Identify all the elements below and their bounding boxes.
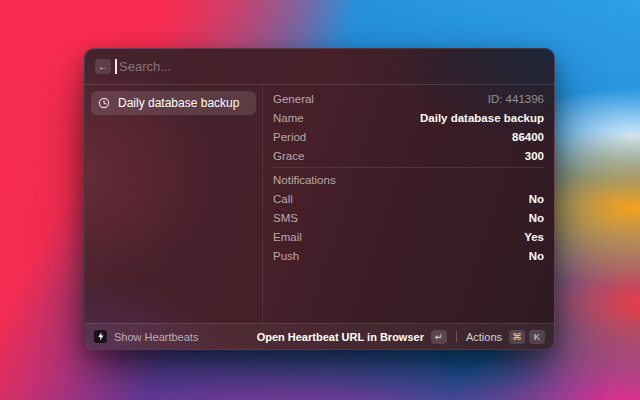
back-arrow-icon: ← <box>98 61 108 72</box>
detail-row-value: ID: 441396 <box>488 93 544 105</box>
detail-row-label: Grace <box>273 150 304 162</box>
detail-row-value: No <box>529 212 544 224</box>
command-key-icon: ⌘ <box>509 330 525 344</box>
detail-row-label: General <box>273 93 314 105</box>
search-bar: ← <box>85 49 554 84</box>
detail-section-header: Notifications <box>273 170 544 189</box>
k-key: K <box>529 330 545 344</box>
detail-row-label: SMS <box>273 212 298 224</box>
footer-divider <box>456 331 457 342</box>
section-divider <box>273 167 544 168</box>
content-area: Daily database backup General ID: 441396… <box>85 85 554 323</box>
detail-row: Grace 300 <box>273 146 544 165</box>
detail-row: Push No <box>273 246 544 265</box>
command-palette-window: ← Daily database backup General ID: 4413… <box>84 48 555 350</box>
detail-row-label: Name <box>273 112 304 124</box>
detail-row-value: No <box>529 250 544 262</box>
text-cursor <box>115 59 117 74</box>
action-bar: Show Heartbeats Open Heartbeat URL in Br… <box>85 323 554 349</box>
detail-section-header: General ID: 441396 <box>273 89 544 108</box>
detail-row: Period 86400 <box>273 127 544 146</box>
detail-panel: General ID: 441396 Name Daily database b… <box>263 85 554 323</box>
detail-row-label: Call <box>273 193 293 205</box>
actions-shortcut: ⌘ K <box>509 330 545 344</box>
command-name-label: Show Heartbeats <box>114 331 198 343</box>
detail-row-value: 86400 <box>512 131 544 143</box>
detail-row-label: Email <box>273 231 302 243</box>
detail-row-value: Daily database backup <box>420 112 544 124</box>
detail-row-value: Yes <box>524 231 544 243</box>
detail-row-value: 300 <box>525 150 544 162</box>
detail-row-value: No <box>529 193 544 205</box>
bolt-icon <box>97 332 105 341</box>
heartbeat-extension-icon <box>94 330 107 343</box>
detail-row: SMS No <box>273 208 544 227</box>
detail-row: Name Daily database backup <box>273 108 544 127</box>
detail-row-label: Notifications <box>273 174 336 186</box>
return-key-icon: ↵ <box>431 330 447 344</box>
search-input[interactable] <box>119 59 544 74</box>
list-item-daily-database-backup[interactable]: Daily database backup <box>91 91 256 115</box>
primary-action-button[interactable]: Open Heartbeat URL in Browser <box>257 331 424 343</box>
clock-icon <box>98 97 110 109</box>
detail-row: Email Yes <box>273 227 544 246</box>
detail-row-label: Push <box>273 250 299 262</box>
detail-row-label: Period <box>273 131 306 143</box>
list-item-label: Daily database backup <box>118 96 239 110</box>
back-button[interactable]: ← <box>95 59 111 74</box>
detail-row: Call No <box>273 189 544 208</box>
results-list: Daily database backup <box>85 85 262 323</box>
actions-menu-button[interactable]: Actions <box>466 331 502 343</box>
